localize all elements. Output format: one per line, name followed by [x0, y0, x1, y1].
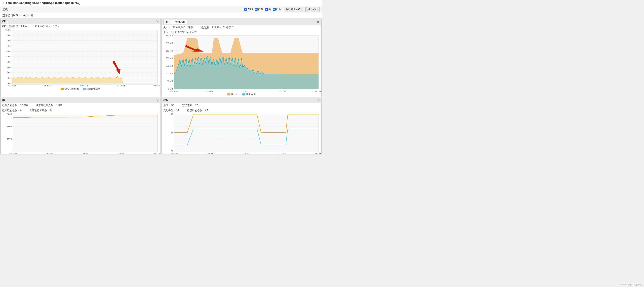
- heap-panel: 堆 PermGen ✕ 大小： 293,601,280 个字节 已使用： 134…: [162, 19, 322, 97]
- thread-panel-close[interactable]: ✕: [316, 99, 320, 102]
- cpu-chart-svg: 100% 90% 80% 70% 60% 50% 40% 30% 20% 10%…: [0, 29, 160, 86]
- svg-text:22:17:00: 22:17:00: [81, 153, 89, 154]
- svg-text:100 MB: 100 MB: [166, 72, 173, 75]
- cpu-panel-stats: CPU 使用情况： 0.0% 垃圾回收活动： 0.0%: [0, 24, 160, 29]
- toolbar-right: CPU 内存 类 线程 执行垃圾回收 堆 Dump: [244, 7, 320, 12]
- cpu-panel: CPU ✕ CPU 使用情况： 0.0% 垃圾回收活动： 0.0%: [0, 19, 161, 97]
- svg-text:80%: 80%: [6, 40, 10, 42]
- class-panel-header: 类 ✕: [0, 98, 160, 103]
- svg-text:22:16:00: 22:16:00: [170, 90, 178, 92]
- toolbar: 监视 CPU 内存 类 线程 执行垃圾回收 堆 Dump: [0, 6, 322, 13]
- class-checkbox-label[interactable]: 类: [265, 8, 271, 11]
- svg-text:22:17:00: 22:17:00: [80, 85, 88, 86]
- svg-text:30%: 30%: [6, 66, 10, 68]
- class-panel-title: 类: [2, 98, 5, 102]
- svg-text:22:17:30: 22:17:30: [278, 153, 286, 154]
- class-panel-stats2: 已卸载的总数： 0 共享的已卸载数： 0: [0, 108, 160, 113]
- cpu-chart-area: 100% 90% 80% 70% 60% 50% 40% 30% 20% 10%…: [0, 29, 160, 86]
- cpu-legend-cpu: CPU 使用情况: [61, 87, 79, 90]
- svg-text:10%: 10%: [6, 77, 10, 79]
- svg-rect-0: [12, 30, 158, 84]
- heap-legend: 堆 大小 使用的 堆: [162, 92, 322, 97]
- monitor-label: 监视: [2, 8, 8, 11]
- heap-max-stat: 最大： 17,179,869,184 个字节: [162, 30, 322, 34]
- svg-text:0 MB: 0 MB: [168, 88, 173, 90]
- svg-text:10,000: 10,000: [6, 126, 12, 128]
- thread-panel-header: 线程 ✕: [162, 98, 322, 103]
- svg-text:22:18:00: 22:18:00: [314, 153, 322, 154]
- svg-text:22:16:00: 22:16:00: [9, 153, 17, 154]
- svg-text:25: 25: [170, 132, 173, 134]
- heap-panel-close[interactable]: ✕: [316, 20, 320, 24]
- svg-text:60%: 60%: [6, 50, 10, 52]
- svg-text:22:16:00: 22:16:00: [170, 153, 178, 154]
- svg-text:50%: 50%: [6, 56, 10, 58]
- svg-text:22:17:00: 22:17:00: [242, 90, 250, 92]
- thread-checkbox-label[interactable]: 线程: [273, 8, 281, 11]
- heap-dump-button[interactable]: 堆 Dump: [306, 7, 320, 12]
- heap-used-stat: 已使用： 134,832,152 个字节: [201, 26, 234, 29]
- svg-text:150 MB: 150 MB: [166, 65, 173, 67]
- uptime-bar: 正常运行时间：3 分 08 秒: [0, 13, 322, 18]
- app-title: com.atshuo.springdb.SpringDbApplication …: [6, 1, 80, 4]
- cpu-panel-title: CPU: [2, 20, 8, 23]
- class-panel: 类 ✕ 已装入的总数： 12,878 共享的已装入数： 1,320 已卸载的总数…: [0, 98, 161, 154]
- svg-text:100%: 100%: [5, 29, 11, 31]
- thread-panel-stats2: 实时峰值： 32 已启动的总数： 45: [162, 108, 322, 113]
- class-shared-loaded-stat: 共享的已装入数： 1,320: [36, 104, 62, 107]
- class-chart-svg: 12,000 10,000 8,000 22:16:00 22:16:30 22…: [0, 113, 160, 154]
- heap-legend-used: 使用的 堆: [242, 93, 256, 96]
- thread-peak-stat: 实时峰值： 32: [163, 109, 179, 112]
- thread-panel-stats: 活动： 30 守护进程： 26: [162, 103, 322, 108]
- svg-text:30: 30: [170, 113, 173, 115]
- svg-text:22:16:00: 22:16:00: [8, 85, 16, 86]
- svg-text:250 MB: 250 MB: [166, 50, 173, 52]
- cpu-panel-close[interactable]: ✕: [156, 20, 159, 23]
- uptime-label: 正常运行时间：3 分 08 秒: [2, 14, 33, 17]
- class-loaded-stat: 已装入的总数： 12,878: [2, 104, 28, 107]
- svg-text:22:16:30: 22:16:30: [44, 85, 52, 86]
- thread-chart-svg: 30 25 20 22:16:00 22:16:30 22:17:00 22:1…: [162, 113, 322, 154]
- thread-checkbox[interactable]: [273, 8, 276, 11]
- svg-text:350 MB: 350 MB: [166, 34, 173, 37]
- mem-checkbox[interactable]: [255, 8, 258, 11]
- svg-text:22:18:00: 22:18:00: [154, 85, 160, 86]
- cpu-checkbox[interactable]: [244, 8, 247, 11]
- class-chart-area: 12,000 10,000 8,000 22:16:00 22:16:30 22…: [0, 113, 160, 154]
- permgen-tab[interactable]: PermGen: [171, 20, 187, 24]
- svg-text:12,000: 12,000: [6, 113, 12, 115]
- svg-text:22:17:30: 22:17:30: [117, 153, 125, 154]
- mem-checkbox-label[interactable]: 内存: [255, 8, 263, 11]
- svg-text:22:17:00: 22:17:00: [242, 153, 250, 154]
- heap-panel-stats: 大小： 293,601,280 个字节 已使用： 134,832,152 个字节: [162, 25, 322, 30]
- gc-activity-stat: 垃圾回收活动： 0.0%: [35, 25, 58, 28]
- svg-text:22:16:30: 22:16:30: [45, 153, 53, 154]
- thread-total-stat: 已启动的总数： 45: [187, 109, 208, 112]
- gc-color-swatch: [83, 88, 86, 90]
- heap-legend-size: 堆 大小: [227, 93, 238, 96]
- svg-text:20%: 20%: [6, 72, 10, 74]
- svg-text:0%: 0%: [8, 82, 11, 84]
- svg-text:200 MB: 200 MB: [166, 57, 173, 60]
- class-panel-close[interactable]: ✕: [156, 99, 159, 102]
- cpu-usage-stat: CPU 使用情况： 0.0%: [2, 25, 27, 28]
- svg-text:22:18:00: 22:18:00: [314, 90, 322, 92]
- svg-text:90%: 90%: [6, 34, 10, 36]
- class-checkbox[interactable]: [265, 8, 268, 11]
- class-panel-stats: 已装入的总数： 12,878 共享的已装入数： 1,320: [0, 103, 160, 108]
- svg-text:70%: 70%: [6, 45, 10, 47]
- heap-panel-header: 堆 PermGen ✕: [162, 19, 322, 25]
- svg-text:8,000: 8,000: [6, 138, 12, 140]
- svg-text:22:16:30: 22:16:30: [206, 90, 214, 92]
- gc-button[interactable]: 执行垃圾回收: [284, 7, 303, 12]
- class-unloaded-stat: 已卸载的总数： 0: [2, 109, 22, 112]
- heap-chart-area: 350 MB 300 MB 250 MB 200 MB 150 MB 100 M…: [162, 34, 322, 92]
- app-icon: ○: [2, 1, 4, 4]
- heap-tab[interactable]: 堆: [163, 20, 171, 24]
- svg-text:22:17:30: 22:17:30: [278, 90, 286, 92]
- cpu-checkbox-label[interactable]: CPU: [244, 8, 253, 11]
- checkbox-group: CPU 内存 类 线程: [244, 8, 281, 11]
- class-shared-unloaded-stat: 共享的已卸载数： 0: [30, 109, 52, 112]
- svg-text:22:17:30: 22:17:30: [117, 85, 125, 86]
- cpu-color-swatch: [61, 88, 64, 90]
